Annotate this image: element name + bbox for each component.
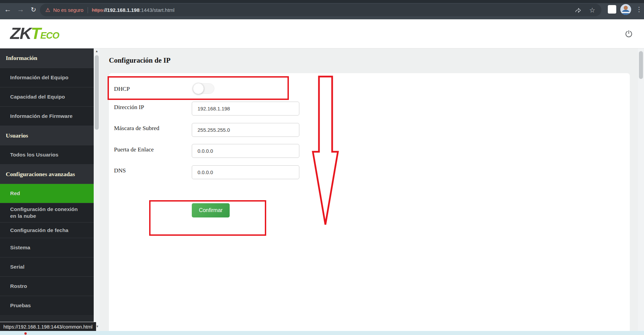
- sidebar-item-todos-los-usuarios[interactable]: Todos los Usuarios: [0, 145, 94, 164]
- address-separator: [88, 7, 88, 13]
- sidebar-scrollbar[interactable]: ▲: [94, 48, 100, 331]
- status-link-preview: https://192.168.1.198:1443/common.html: [0, 322, 96, 331]
- sidebar-item-informacion-del-equipo[interactable]: Información del Equipo: [0, 68, 94, 87]
- security-chip[interactable]: No es seguro: [53, 7, 83, 13]
- field-input-puerta-de-enlace[interactable]: [192, 144, 299, 158]
- sidebar-item-sistema[interactable]: Sistema: [0, 238, 94, 257]
- annotation-box-dhcp: [108, 76, 289, 100]
- page-url: https://192.168.1.198:1443/start.html: [92, 7, 175, 13]
- reload-icon[interactable]: ↻: [28, 4, 39, 15]
- url-scheme: https:: [92, 7, 105, 13]
- page-title: Configuración de IP: [109, 56, 170, 65]
- forward-icon[interactable]: →: [16, 4, 26, 15]
- sidebar-label: Sistema: [10, 244, 30, 251]
- logo-t: T: [31, 25, 40, 42]
- sidebar-item-informacion-de-firmware[interactable]: Información de Firmware: [0, 106, 94, 126]
- zkteco-logo: ZKTECO: [10, 25, 59, 42]
- share-icon[interactable]: [574, 6, 582, 14]
- field-input-mascara-de-subred[interactable]: [192, 123, 299, 137]
- annotation-box-confirm: [149, 200, 266, 236]
- sidebar-label: Información: [6, 55, 37, 62]
- sidebar-section-informacion: Información: [0, 48, 94, 68]
- browser-window: ← → ↻ ⚠ No es seguro https://192.168.1.1…: [0, 0, 644, 335]
- sidebar-section-configuraciones-avanzadas: Configuraciones avanzadas: [0, 164, 94, 184]
- sidebar-label: Todos los Usuarios: [10, 151, 59, 158]
- sidebar-label: Información de Firmware: [10, 113, 72, 120]
- sidebar-label: Red: [10, 190, 20, 196]
- field-input-dns[interactable]: [192, 165, 299, 179]
- sidebar-label: Rostro: [10, 283, 27, 290]
- sidebar-label: Usuarios: [6, 132, 28, 139]
- extension-icon[interactable]: [608, 5, 616, 14]
- taskbar-strip: [0, 331, 644, 335]
- sidebar-label: Capacidad del Equipo: [10, 93, 65, 100]
- field-input-direccion-ip[interactable]: [192, 102, 299, 116]
- field-label-mascara-de-subred: Máscara de Subred: [114, 125, 159, 132]
- status-fold-icon: ▾: [96, 324, 98, 329]
- sidebar-label: Pruebas: [10, 302, 31, 309]
- avatar-arms: [622, 12, 630, 13]
- address-bar[interactable]: ⚠ No es seguro https://192.168.1.198:144…: [40, 4, 601, 16]
- sidebar-item-red[interactable]: Red: [0, 184, 94, 203]
- sidebar-label: Serial: [10, 264, 24, 270]
- scroll-up-icon[interactable]: ▲: [94, 49, 100, 53]
- sidebar-label: Información del Equipo: [10, 74, 68, 81]
- page-scrollbar[interactable]: [638, 48, 644, 331]
- sidebar-section-usuarios: Usuarios: [0, 126, 94, 145]
- logo-zk: ZK: [10, 25, 31, 42]
- security-warning-icon[interactable]: ⚠: [45, 7, 50, 13]
- browser-toolbar: ← → ↻ ⚠ No es seguro https://192.168.1.1…: [0, 0, 644, 19]
- sidebar-label: Configuración de conexión en la nube: [10, 206, 78, 219]
- overflow-menu-icon[interactable]: ⋮: [636, 5, 642, 14]
- sidebar-item-capacidad-del-equipo[interactable]: Capacidad del Equipo: [0, 87, 94, 106]
- avatar-head: [624, 6, 628, 10]
- sidebar-label: Configuraciones avanzadas: [6, 171, 75, 178]
- taskbar-dot: [24, 332, 27, 335]
- sidebar-item-serial[interactable]: Serial: [0, 257, 94, 276]
- annotation-arrow-down: [311, 75, 340, 227]
- sidebar-label: Configuración de fecha: [10, 227, 68, 234]
- page-scrollbar-thumb[interactable]: [639, 51, 643, 79]
- url-host: //192.168.1.198: [104, 7, 139, 13]
- url-path: :1443/start.html: [140, 7, 175, 13]
- app-header: ZKTECO: [0, 19, 644, 48]
- sidebar-item-rostro[interactable]: Rostro: [0, 276, 94, 296]
- power-icon[interactable]: [623, 28, 635, 40]
- sidebar-menu: InformaciónInformación del EquipoCapacid…: [0, 48, 94, 322]
- sidebar-item-pruebas[interactable]: Pruebas: [0, 296, 94, 315]
- field-label-puerta-de-enlace: Puerta de Enlace: [114, 146, 154, 153]
- sidebar-item-configuracion-de-fecha[interactable]: Configuración de fecha: [0, 222, 94, 238]
- back-icon[interactable]: ←: [3, 4, 13, 15]
- field-label-direccion-ip: Dirección IP: [114, 104, 144, 111]
- sidebar-scrollbar-thumb[interactable]: [95, 55, 99, 130]
- field-label-dns: DNS: [114, 167, 126, 174]
- logo-eco: ECO: [40, 29, 59, 42]
- tab-strip-edge: [0, 0, 644, 3]
- profile-avatar[interactable]: [620, 4, 631, 15]
- sidebar-item-configuracion-de-conexion-en-la-nube[interactable]: Configuración de conexión en la nube: [0, 203, 94, 222]
- bookmark-star-icon[interactable]: ☆: [589, 6, 595, 14]
